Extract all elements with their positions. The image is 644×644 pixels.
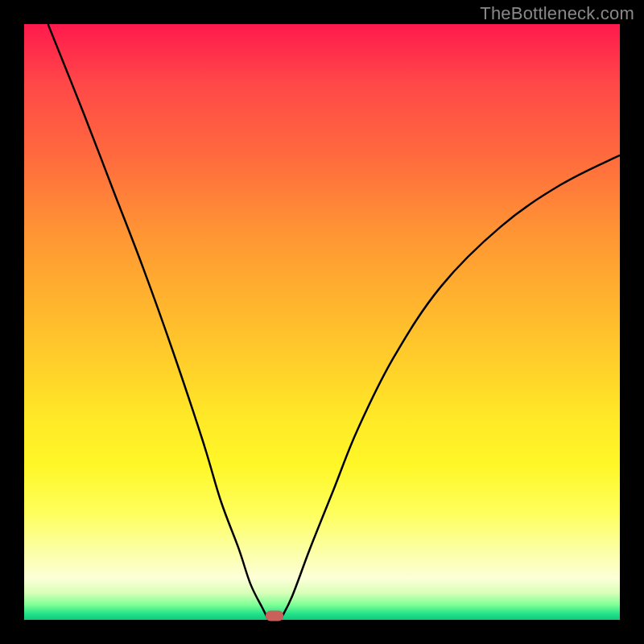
curve-left-branch [48,24,269,620]
chart-curve-svg [24,24,620,620]
optimal-point-marker [266,611,283,621]
watermark-text: TheBottleneck.com [480,3,634,24]
curve-right-branch [280,155,620,620]
chart-plot-area [24,24,620,620]
